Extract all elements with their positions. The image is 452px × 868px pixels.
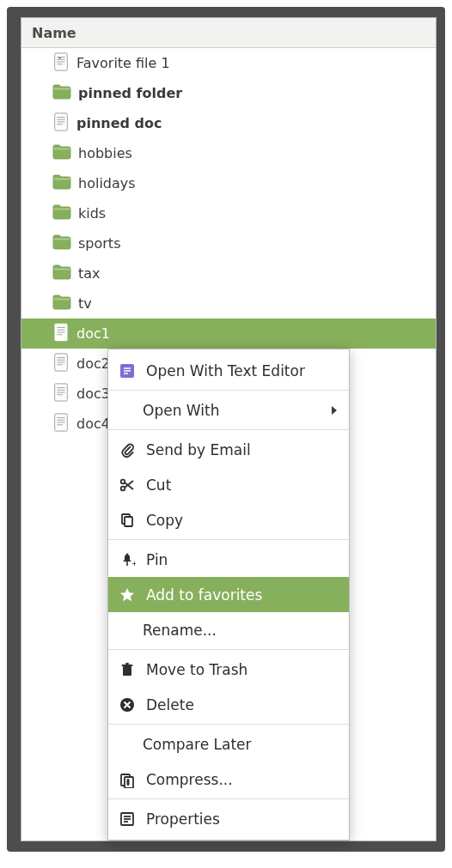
file-row-tax[interactable]: tax [21, 258, 436, 288]
file-row-holidays[interactable]: holidays [21, 168, 436, 198]
file-row-tv[interactable]: tv [21, 288, 436, 319]
menu-item-compress[interactable]: Compress... [108, 762, 349, 797]
menu-item-label: Rename... [143, 622, 337, 639]
menu-separator [108, 429, 349, 430]
svg-rect-15 [54, 268, 70, 270]
trash-icon [119, 661, 136, 678]
file-row-doc1[interactable]: doc1 [21, 319, 436, 349]
scissors-icon [119, 476, 136, 494]
file-row-label: doc1 [76, 325, 110, 342]
folder-icon [52, 294, 71, 310]
menu-item-label: Copy [146, 512, 337, 529]
properties-icon [119, 810, 136, 828]
document-icon [52, 323, 70, 342]
column-header-name[interactable]: Name [21, 18, 436, 48]
compress-icon [119, 771, 136, 788]
svg-rect-14 [54, 238, 70, 240]
svg-rect-11 [54, 148, 70, 149]
file-row-sports[interactable]: sports [21, 228, 436, 258]
menu-item-properties[interactable]: Properties [108, 801, 349, 836]
menu-item-delete[interactable]: Delete [108, 687, 349, 722]
folder-icon [52, 84, 71, 100]
menu-item-pin[interactable]: +Pin [108, 542, 349, 577]
menu-item-copy[interactable]: Copy [108, 502, 349, 537]
file-row-label: tv [78, 295, 92, 312]
menu-item-label: Cut [146, 476, 337, 494]
file-row-label: sports [78, 235, 120, 252]
menu-item-move-to-trash[interactable]: Move to Trash [108, 652, 349, 687]
svg-rect-13 [54, 208, 70, 209]
menu-separator [108, 798, 349, 799]
menu-item-compare-later[interactable]: Compare Later [108, 726, 349, 762]
menu-item-label: Compress... [146, 771, 337, 788]
stage: Name Favorite file 1 pinned folder pinne… [0, 0, 452, 868]
folder-icon [52, 264, 71, 280]
context-menu: Open With Text EditorOpen WithSend by Em… [107, 349, 350, 841]
delete-icon [119, 696, 136, 713]
file-row-hobbies[interactable]: hobbies [21, 138, 436, 168]
svg-text:+: + [131, 560, 136, 568]
menu-item-label: Move to Trash [146, 661, 337, 678]
submenu-arrow-icon [332, 406, 337, 415]
menu-separator [108, 724, 349, 725]
file-row-label: pinned folder [78, 85, 182, 101]
menu-item-label: Open With [143, 402, 321, 419]
folder-icon [52, 144, 71, 160]
folder-icon [52, 204, 71, 220]
document-icon [52, 52, 70, 71]
file-row-pinned-doc[interactable]: pinned doc [21, 108, 436, 138]
file-row-favorite-file-1[interactable]: Favorite file 1 [21, 48, 436, 78]
svg-rect-49 [125, 663, 129, 665]
svg-rect-44 [125, 517, 132, 526]
menu-item-send-by-email[interactable]: Send by Email [108, 432, 349, 467]
document-icon [52, 413, 70, 432]
file-row-kids[interactable]: kids [21, 198, 436, 228]
svg-rect-48 [122, 665, 133, 666]
menu-item-cut[interactable]: Cut [108, 467, 349, 502]
file-row-label: tax [78, 265, 101, 282]
file-row-label: holidays [78, 175, 136, 191]
menu-separator [108, 649, 349, 650]
menu-item-rename[interactable]: Rename... [108, 612, 349, 647]
menu-item-open-with[interactable]: Open With [108, 392, 349, 428]
column-header-label: Name [32, 25, 76, 41]
menu-item-label: Add to favorites [146, 586, 337, 604]
folder-icon [52, 174, 71, 190]
menu-item-add-to-favorites[interactable]: Add to favorites [108, 577, 349, 612]
menu-separator [108, 539, 349, 540]
svg-rect-12 [54, 178, 70, 179]
menu-item-label: Send by Email [146, 441, 337, 458]
menu-item-open-with-text-editor[interactable]: Open With Text Editor [108, 353, 349, 388]
folder-icon [52, 234, 71, 250]
svg-rect-16 [54, 298, 70, 300]
copy-icon [119, 512, 136, 529]
paperclip-icon [119, 441, 136, 458]
document-icon [52, 353, 70, 372]
menu-item-label: Compare Later [143, 736, 337, 753]
file-row-label: kids [78, 205, 106, 222]
document-icon [52, 383, 70, 402]
pin-icon: + [119, 551, 136, 568]
file-row-label: doc2 [76, 355, 110, 372]
file-row-label: pinned doc [76, 115, 162, 131]
menu-separator [108, 390, 349, 391]
menu-item-label: Properties [146, 810, 337, 828]
menu-item-label: Open With Text Editor [146, 362, 337, 379]
file-row-label: Favorite file 1 [76, 55, 170, 71]
svg-rect-45 [126, 561, 128, 566]
menu-item-label: Pin [146, 551, 337, 568]
file-row-pinned-folder[interactable]: pinned folder [21, 78, 436, 108]
star-icon [119, 586, 136, 604]
file-row-label: hobbies [78, 145, 132, 161]
svg-rect-5 [54, 88, 70, 89]
text-editor-icon [119, 362, 136, 379]
menu-item-label: Delete [146, 696, 337, 713]
file-row-label: doc3 [76, 385, 110, 402]
file-row-label: doc4 [76, 416, 110, 432]
svg-rect-47 [123, 666, 131, 676]
document-icon [52, 112, 70, 131]
